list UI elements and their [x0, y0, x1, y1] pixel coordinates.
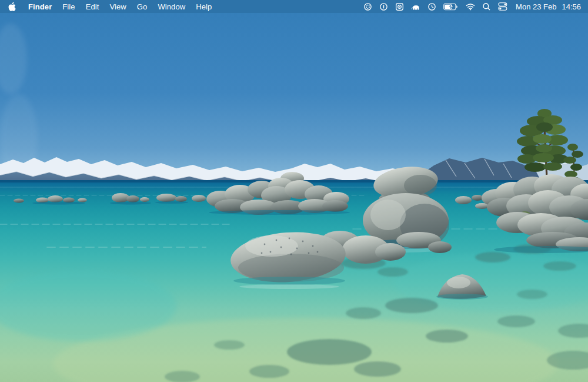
- status-item-shutter[interactable]: [392, 0, 407, 13]
- status-item-spotlight[interactable]: [479, 0, 495, 13]
- menu-window[interactable]: Window: [152, 0, 191, 13]
- elephant-icon: [411, 2, 420, 11]
- menu-help[interactable]: Help: [191, 0, 217, 13]
- time-label: 14:56: [562, 2, 581, 11]
- status-item-wifi[interactable]: [462, 0, 479, 13]
- menu-finder[interactable]: Finder: [23, 0, 57, 13]
- status-item-battery[interactable]: [440, 0, 462, 13]
- clock-icon: [427, 2, 436, 11]
- menu-bar-status: Mon 23 Feb 14:56: [360, 0, 581, 13]
- pause-circle-icon: [379, 2, 388, 11]
- status-item-clock[interactable]: [424, 0, 440, 13]
- menu-bar-clock[interactable]: Mon 23 Feb 14:56: [511, 2, 581, 11]
- menu-view[interactable]: View: [105, 0, 132, 13]
- wallpaper-image: [0, 0, 588, 382]
- status-item-control-center[interactable]: [495, 0, 511, 13]
- dial-icon: [363, 2, 372, 11]
- status-item-pause[interactable]: [376, 0, 392, 13]
- apple-logo-icon: [8, 2, 17, 12]
- date-label: Mon 23 Feb: [516, 2, 556, 11]
- desktop[interactable]: [0, 0, 588, 382]
- status-item-dial[interactable]: [360, 0, 376, 13]
- status-item-elephant[interactable]: [407, 0, 424, 13]
- menu-file[interactable]: File: [57, 0, 80, 13]
- apple-menu-button[interactable]: [7, 0, 23, 13]
- spotlight-search-icon: [482, 2, 491, 11]
- menu-bar: Finder File Edit View Go Window Help: [0, 0, 588, 13]
- control-center-icon: [498, 2, 507, 11]
- shutter-icon: [395, 2, 404, 11]
- menu-edit[interactable]: Edit: [81, 0, 105, 13]
- wifi-icon: [466, 3, 475, 11]
- battery-charging-icon: [443, 3, 459, 11]
- menu-go[interactable]: Go: [132, 0, 153, 13]
- menu-bar-menus: Finder File Edit View Go Window Help: [7, 0, 217, 13]
